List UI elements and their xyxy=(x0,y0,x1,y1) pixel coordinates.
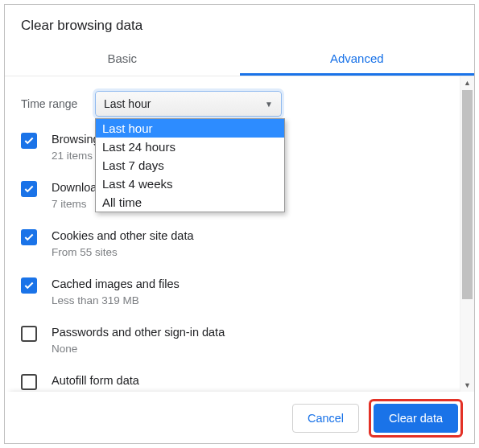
checkbox[interactable] xyxy=(21,277,37,294)
row-subtitle: Less than 319 MB xyxy=(52,294,180,308)
dropdown-option[interactable]: Last 4 weeks xyxy=(96,175,284,193)
chevron-down-icon: ▼ xyxy=(265,100,273,109)
tab-bar: Basic Advanced xyxy=(5,42,474,76)
check-icon xyxy=(23,232,35,243)
check-icon xyxy=(23,280,35,291)
clear-browsing-data-dialog: Clear browsing data Basic Advanced Time … xyxy=(4,4,475,444)
checkbox[interactable] xyxy=(21,374,37,390)
data-row: Cookies and other site data From 55 site… xyxy=(21,228,444,260)
time-range-row: Time range Last hour ▼ Last hour Last 24… xyxy=(21,91,444,117)
row-title: Cached images and files xyxy=(52,276,180,292)
row-subtitle: From 55 sites xyxy=(52,245,194,260)
dialog-footer: Cancel Clear data xyxy=(5,392,474,443)
data-row: Autofill form data xyxy=(21,372,444,390)
cancel-button[interactable]: Cancel xyxy=(292,404,359,433)
scrollbar[interactable]: ▲ ▼ xyxy=(460,76,474,392)
row-subtitle: None xyxy=(52,342,225,356)
checkbox[interactable] xyxy=(21,326,37,342)
dialog-title: Clear browsing data xyxy=(5,5,474,42)
highlight-annotation: Clear data xyxy=(369,399,463,438)
data-row: Passwords and other sign-in data None xyxy=(21,324,444,356)
time-range-dropdown: Last hour Last 24 hours Last 7 days Last… xyxy=(95,118,285,212)
time-range-value: Last hour xyxy=(104,97,151,110)
dropdown-option[interactable]: All time xyxy=(96,193,284,212)
check-icon xyxy=(23,135,35,146)
row-title: Cookies and other site data xyxy=(52,228,194,244)
checkbox[interactable] xyxy=(21,229,37,245)
dropdown-option[interactable]: Last hour xyxy=(96,119,284,138)
tab-advanced[interactable]: Advanced xyxy=(240,42,475,76)
scroll-down-icon[interactable]: ▼ xyxy=(460,379,474,392)
time-range-select[interactable]: Last hour ▼ xyxy=(95,91,282,117)
row-title: Autofill form data xyxy=(52,372,139,388)
dropdown-option[interactable]: Last 24 hours xyxy=(96,138,284,156)
checkbox[interactable] xyxy=(21,133,37,149)
time-range-label: Time range xyxy=(21,97,95,110)
clear-data-button[interactable]: Clear data xyxy=(374,404,458,433)
checkbox[interactable] xyxy=(21,181,37,197)
content-area: Time range Last hour ▼ Last hour Last 24… xyxy=(5,76,474,392)
data-row: Cached images and files Less than 319 MB xyxy=(21,276,444,308)
check-icon xyxy=(23,183,35,195)
dropdown-option[interactable]: Last 7 days xyxy=(96,156,284,175)
scroll-thumb[interactable] xyxy=(462,90,473,299)
scroll-up-icon[interactable]: ▲ xyxy=(460,76,474,89)
tab-basic[interactable]: Basic xyxy=(5,42,240,76)
row-title: Passwords and other sign-in data xyxy=(52,324,225,340)
